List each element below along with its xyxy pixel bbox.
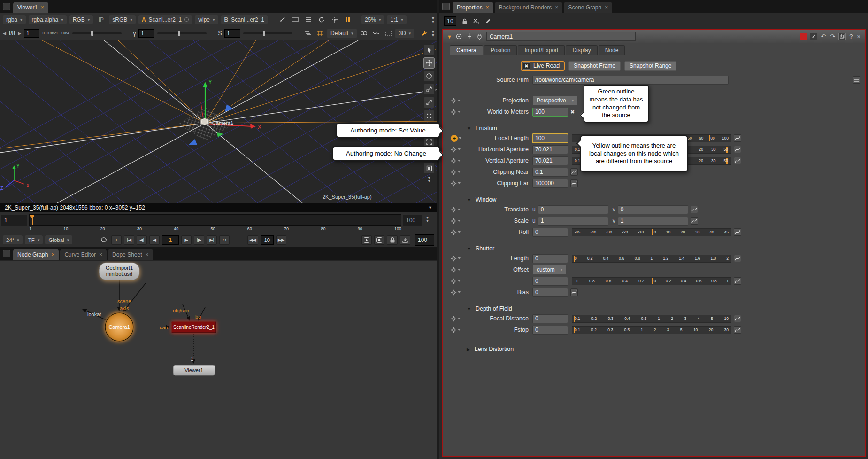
gain-prev-icon[interactable]: ◀ [3, 31, 6, 36]
authoring-mode-icon[interactable] [451, 158, 467, 164]
rotate-tool-icon[interactable] [423, 70, 435, 82]
tab-node-graph[interactable]: Node Graph × [13, 249, 59, 260]
curve-icon[interactable] [734, 255, 741, 262]
fstop-input[interactable]: 0 [532, 326, 568, 335]
render-flash-icon[interactable] [330, 15, 340, 24]
group-window[interactable]: ▼Window [467, 196, 865, 203]
proxy-ratio-dropdown[interactable]: 1:1▾ [387, 15, 406, 24]
live-read-checkbox[interactable]: ✖ [523, 62, 530, 70]
source-prim-input[interactable]: /root/world/cam/camera [532, 76, 729, 85]
skip-back-button[interactable]: ◀◀ [247, 235, 258, 245]
node-graph[interactable]: GeoImport1 minibot.usd Camera1 ScanlineR… [0, 261, 437, 459]
scale-tool-icon[interactable] [423, 84, 435, 95]
authoring-mode-icon[interactable] [451, 316, 467, 322]
group-depth-of-field[interactable]: ▼Depth of Field [467, 305, 865, 312]
group-shutter[interactable]: ▼Shutter [467, 245, 865, 252]
undo-icon[interactable]: ↶ [820, 33, 827, 40]
panels-stack-icon[interactable] [303, 29, 313, 38]
play-backward-button[interactable]: ◀ [149, 235, 160, 245]
in-marker-button[interactable]: I [111, 235, 122, 245]
curve-icon[interactable] [734, 326, 741, 334]
curve-icon[interactable] [734, 315, 741, 322]
focal-length-input[interactable]: 100 [532, 134, 568, 143]
layer-dropdown[interactable]: rgba▾ [3, 15, 26, 24]
close-icon[interactable]: × [41, 5, 44, 10]
pin-panel-icon[interactable] [466, 33, 473, 40]
next-frame-button[interactable]: |▶ [194, 235, 204, 245]
tab-properties[interactable]: Properties × [453, 2, 493, 13]
frame-range-dropdown[interactable]: Global▾ [45, 235, 72, 244]
gain-next-icon[interactable]: ▶ [18, 31, 21, 36]
curve-icon[interactable] [734, 277, 741, 285]
close-icon[interactable]: × [99, 252, 102, 257]
group-lens-distortion[interactable]: ▶Lens Distortion [467, 346, 865, 352]
tab-curve-editor[interactable]: Curve Editor × [60, 249, 107, 260]
timeline-overflow-icon[interactable]: ▾▾ [426, 216, 429, 222]
focal-distance-slider[interactable]: 0.10.20.30.40.51234510 [572, 315, 731, 323]
toolbar-overflow-icon[interactable]: ▾▾ [432, 30, 434, 37]
vertical-aperture-input[interactable]: 70.021 [532, 156, 568, 165]
current-frame-input[interactable]: 1 [162, 235, 179, 245]
pause-icon[interactable] [343, 15, 353, 24]
export-button[interactable] [400, 235, 410, 245]
authoring-mode-icon[interactable] [451, 109, 467, 115]
clipping-near-input[interactable]: 0.1 [532, 168, 568, 177]
authoring-mode-icon[interactable] [451, 180, 467, 187]
playhead[interactable] [32, 215, 33, 225]
authoring-mode-icon[interactable] [451, 229, 467, 235]
gain-input[interactable]: 1 [24, 29, 39, 38]
authoring-mode-icon[interactable] [451, 267, 467, 273]
slider-handle[interactable] [178, 31, 180, 36]
pane-menu-icon[interactable] [442, 3, 450, 10]
goto-end-button[interactable]: ▶| [207, 235, 217, 245]
tab-background-renders[interactable]: Background Renders × [495, 2, 563, 13]
stereo-icon[interactable] [360, 29, 369, 38]
saturation-input[interactable]: 1 [224, 29, 240, 38]
pane-menu-icon[interactable] [3, 250, 10, 257]
help-icon[interactable]: ? [848, 33, 853, 40]
collapse-panel-icon[interactable]: ▼ [447, 34, 452, 39]
plug-icon[interactable] [476, 33, 483, 40]
translate-handle-icon[interactable] [189, 139, 197, 145]
gamma-slider[interactable] [157, 32, 207, 34]
playback-end-input[interactable]: 100 [415, 234, 434, 246]
skip-forward-button[interactable]: ▶▶ [276, 235, 287, 245]
flipbook-button[interactable] [361, 235, 372, 245]
input-b-dropdown[interactable]: BScanl...er2_1 [221, 15, 268, 24]
curve-icon[interactable] [691, 217, 698, 225]
translate-handle-icon[interactable] [225, 104, 233, 112]
authoring-mode-icon[interactable] [451, 98, 467, 104]
slider-handle[interactable] [91, 31, 93, 36]
authoring-mode-icon[interactable] [451, 278, 467, 284]
window-roll-slider[interactable]: -45-40-30-20-1001020304045 [572, 228, 731, 236]
tab-dope-sheet[interactable]: Dope Sheet × [108, 249, 153, 260]
fps-dropdown[interactable]: 24*▾ [3, 235, 23, 244]
projection-dropdown[interactable]: Perspective▾ [532, 96, 578, 105]
lock-icon[interactable] [461, 18, 468, 25]
tool-overflow-icon[interactable]: ▾▾ [428, 176, 430, 182]
tab-position[interactable]: Position [484, 45, 517, 55]
fullscreen-icon[interactable] [423, 163, 435, 174]
refresh-icon[interactable] [316, 15, 327, 24]
play-forward-button[interactable]: ▶ [181, 235, 192, 245]
clear-panels-icon[interactable] [473, 18, 480, 24]
fstop-slider[interactable]: 0.10.20.30.51235102030 [572, 326, 731, 334]
close-icon[interactable]: × [51, 252, 54, 257]
lock-range-button[interactable] [387, 235, 398, 245]
zoom-dropdown[interactable]: 25%▾ [361, 15, 384, 24]
saturation-slider[interactable] [243, 32, 292, 34]
info-dropdown-icon[interactable]: ▼ [428, 205, 432, 210]
redo-icon[interactable]: ↷ [829, 33, 836, 40]
tab-camera[interactable]: Camera [450, 45, 483, 55]
tab-import-export[interactable]: Import/Export [518, 45, 565, 55]
edit-icon[interactable] [484, 18, 492, 25]
window-scale-v-input[interactable]: 1 [618, 217, 688, 226]
snapshot-range-button[interactable]: Snapshot Range [624, 61, 676, 71]
authoring-mode-icon[interactable] [451, 147, 467, 153]
frame-increment-input[interactable]: 10 [261, 235, 274, 245]
timeline-strip[interactable] [29, 214, 401, 226]
wipe-dropdown[interactable]: wipe▾ [195, 15, 218, 24]
gamma-input[interactable]: 1 [138, 29, 154, 38]
monitor-out-icon[interactable] [290, 15, 300, 24]
curve-icon[interactable] [570, 288, 578, 296]
